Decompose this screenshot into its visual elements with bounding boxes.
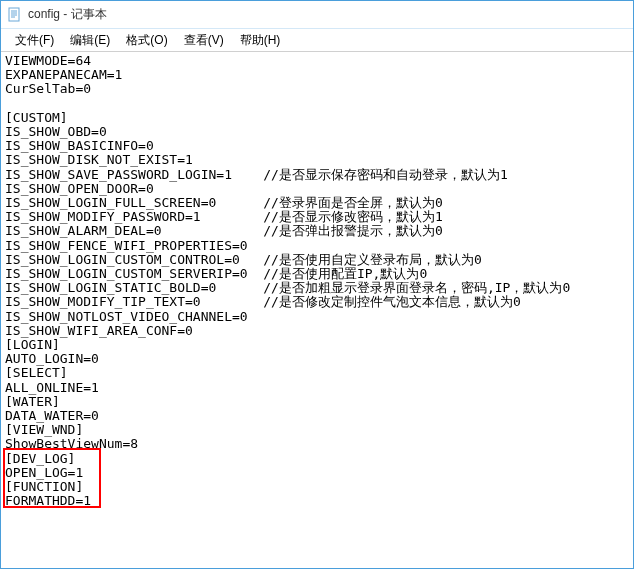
menu-view[interactable]: 查看(V) (176, 30, 232, 51)
menu-file[interactable]: 文件(F) (7, 30, 62, 51)
text-content-area[interactable]: VIEWMODE=64 EXPANEPANECAM=1 CurSelTab=0 … (1, 51, 633, 568)
notepad-window: config - 记事本 文件(F) 编辑(E) 格式(O) 查看(V) 帮助(… (0, 0, 634, 569)
window-title: config - 记事本 (28, 6, 107, 23)
title-bar[interactable]: config - 记事本 (1, 1, 633, 29)
notepad-icon (7, 7, 23, 23)
menu-bar: 文件(F) 编辑(E) 格式(O) 查看(V) 帮助(H) (1, 29, 633, 51)
menu-format[interactable]: 格式(O) (118, 30, 175, 51)
menu-help[interactable]: 帮助(H) (232, 30, 289, 51)
menu-edit[interactable]: 编辑(E) (62, 30, 118, 51)
